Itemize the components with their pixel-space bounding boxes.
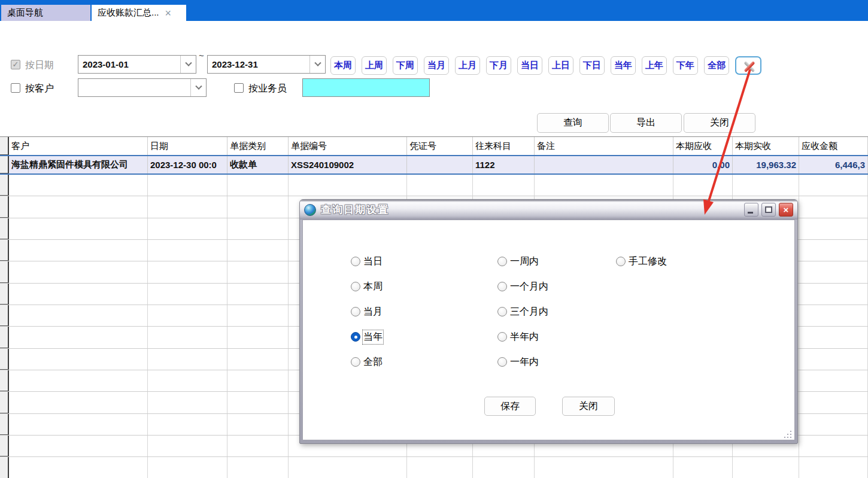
row-selector[interactable] (0, 305, 9, 326)
dialog-titlebar[interactable]: 查询日期设置 × (300, 200, 797, 220)
radio-circle-icon[interactable] (497, 357, 507, 367)
tab-receivable-summary[interactable]: 应收账款汇总... × (92, 5, 186, 21)
row-selector[interactable] (0, 414, 9, 435)
empty-cell (733, 175, 799, 196)
row-selector[interactable] (0, 349, 9, 370)
date-settings-button[interactable] (735, 56, 761, 75)
quick-next-year-button[interactable]: 下年 (673, 56, 698, 75)
row-selector[interactable] (0, 436, 9, 456)
col-header-remark[interactable]: 备注 (535, 137, 673, 155)
dialog-minimize-button[interactable] (744, 203, 758, 217)
quick-today-button[interactable]: 当日 (517, 56, 542, 75)
radio-circle-icon-checked[interactable] (351, 332, 360, 342)
row-selector[interactable] (0, 370, 9, 391)
col-header-date[interactable]: 日期 (148, 137, 227, 155)
tab-desktop-nav[interactable]: 桌面导航 (1, 5, 90, 21)
customer-dropdown-button[interactable] (190, 79, 206, 96)
col-header-customer[interactable]: 客户 (9, 137, 148, 155)
quick-next-month-button[interactable]: 下月 (486, 56, 511, 75)
radio-circle-icon[interactable] (616, 257, 626, 266)
empty-cell (9, 327, 148, 348)
radio-within-three-months-label: 三个月内 (510, 306, 548, 318)
date-to-dropdown-button[interactable] (309, 56, 325, 73)
row-selector[interactable] (0, 175, 9, 196)
col-header-doc-type[interactable]: 单据类别 (227, 137, 289, 155)
dialog-close-button[interactable]: × (779, 203, 793, 217)
quick-yesterday-button[interactable]: 上日 (548, 56, 573, 75)
dialog-save-button[interactable]: 保存 (484, 397, 536, 416)
radio-within-week[interactable]: 一周内 (497, 255, 539, 267)
tab-close-icon[interactable]: × (165, 8, 172, 19)
date-from-dropdown-button[interactable] (180, 56, 196, 73)
col-header-current-received[interactable]: 本期实收 (733, 137, 799, 155)
quick-last-week-button[interactable]: 上周 (362, 56, 387, 75)
radio-circle-icon[interactable] (351, 282, 360, 291)
row-selector[interactable] (0, 196, 9, 217)
col-header-voucher-no[interactable]: 凭证号 (407, 137, 473, 155)
radio-circle-icon[interactable] (497, 307, 507, 316)
empty-cell (799, 218, 868, 239)
row-selector[interactable] (0, 457, 9, 478)
radio-within-one-month[interactable]: 一个月内 (497, 281, 548, 293)
dialog-window-buttons: × (744, 203, 793, 217)
by-date-checkbox[interactable]: ✓ (11, 60, 20, 69)
quick-this-month-button[interactable]: 当月 (424, 56, 449, 75)
radio-this-year[interactable]: 当年 (351, 331, 383, 343)
radio-this-week-label: 本周 (363, 281, 383, 293)
radio-within-one-year[interactable]: 一年内 (497, 356, 539, 368)
salesman-input[interactable] (302, 78, 430, 97)
col-header-account[interactable]: 往来科目 (473, 137, 535, 155)
radio-manual-edit[interactable]: 手工修改 (616, 255, 667, 267)
customer-combobox[interactable] (78, 78, 207, 97)
radio-within-three-months[interactable]: 三个月内 (497, 306, 548, 318)
quick-next-week-button[interactable]: 下周 (393, 56, 418, 75)
date-from-combobox[interactable]: 2023-01-01 (78, 55, 196, 74)
empty-cell (473, 457, 535, 478)
quick-tomorrow-button[interactable]: 下日 (579, 56, 605, 75)
empty-cell (227, 175, 289, 196)
row-selector[interactable] (0, 218, 9, 239)
date-to-combobox[interactable]: 2023-12-31 (207, 55, 326, 74)
by-salesman-checkbox[interactable] (234, 83, 244, 93)
by-customer-checkbox[interactable] (11, 83, 20, 93)
cell-current-receivable: 0.00 (673, 156, 733, 173)
quick-this-year-button[interactable]: 当年 (611, 56, 636, 75)
col-header-doc-no[interactable]: 单据编号 (289, 137, 407, 155)
quick-last-month-button[interactable]: 上月 (455, 56, 480, 75)
quick-all-button[interactable]: 全部 (704, 56, 729, 75)
row-selector[interactable] (0, 156, 9, 173)
table-row-empty[interactable] (0, 175, 868, 196)
radio-this-month[interactable]: 当月 (351, 306, 383, 318)
radio-circle-icon[interactable] (497, 282, 507, 291)
empty-cell (799, 261, 868, 282)
empty-cell (227, 261, 289, 282)
radio-circle-icon[interactable] (351, 307, 360, 316)
dialog-maximize-button[interactable] (761, 203, 776, 217)
radio-circle-icon[interactable] (351, 357, 360, 367)
empty-cell (9, 392, 148, 413)
quick-this-week-button[interactable]: 本周 (330, 56, 356, 75)
row-selector[interactable] (0, 392, 9, 413)
row-selector[interactable] (0, 327, 9, 348)
quick-last-year-button[interactable]: 上年 (642, 56, 667, 75)
col-header-receivable-amount[interactable]: 应收金额 (799, 137, 868, 155)
export-button[interactable]: 导出 (610, 113, 682, 133)
table-row-empty[interactable] (0, 457, 868, 478)
empty-cell (799, 284, 868, 305)
query-button[interactable]: 查询 (537, 113, 609, 133)
radio-this-week[interactable]: 本周 (351, 281, 383, 293)
table-row-selected[interactable]: 海盐精鼎紧固件模具有限公司 2023-12-30 00:0 收款单 XSS240… (0, 155, 868, 175)
dialog-close-action-button[interactable]: 关闭 (562, 397, 615, 416)
radio-today[interactable]: 当日 (351, 255, 383, 267)
close-button[interactable]: 关闭 (684, 113, 755, 133)
resize-grip[interactable] (784, 431, 791, 438)
col-header-current-receivable[interactable]: 本期应收 (673, 137, 733, 155)
radio-circle-icon[interactable] (351, 257, 360, 266)
radio-circle-icon[interactable] (497, 332, 507, 342)
row-selector[interactable] (0, 261, 9, 282)
radio-all[interactable]: 全部 (351, 356, 383, 368)
row-selector[interactable] (0, 284, 9, 305)
row-selector[interactable] (0, 240, 9, 261)
radio-circle-icon[interactable] (497, 257, 507, 266)
radio-within-half-year[interactable]: 半年内 (497, 331, 539, 343)
